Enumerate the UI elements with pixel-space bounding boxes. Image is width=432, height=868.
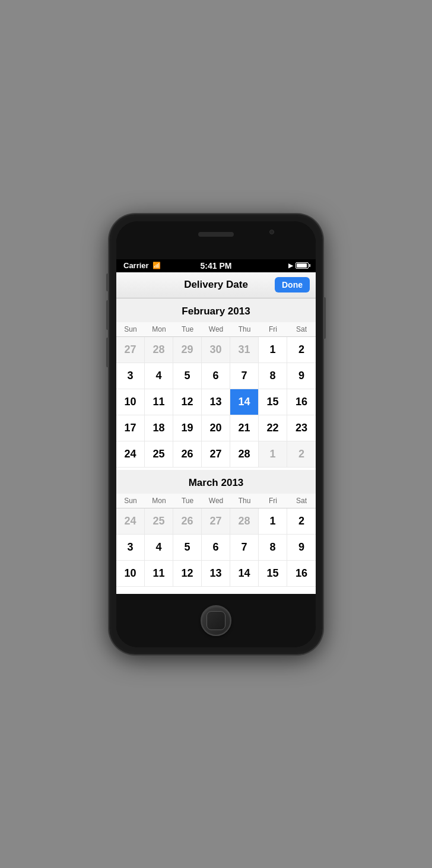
day-cell[interactable]: 4 <box>145 363 173 389</box>
clock: 5:41 PM <box>201 261 232 271</box>
day-cell[interactable]: 14 <box>230 561 259 587</box>
day-cell[interactable]: 5 <box>173 363 202 389</box>
day-cell[interactable]: 4 <box>145 535 173 561</box>
done-button[interactable]: Done <box>275 277 310 292</box>
february-weekdays: Sun Mon Tue Wed Thu Fri Sat <box>116 322 316 337</box>
weekday-sun: Sun <box>116 494 145 508</box>
location-icon: ▶ <box>288 262 293 269</box>
march-weekdays: Sun Mon Tue Wed Thu Fri Sat <box>116 494 316 508</box>
day-cell[interactable]: 29 <box>173 337 202 363</box>
battery-fill <box>297 263 307 268</box>
day-cell[interactable]: 10 <box>116 389 145 415</box>
day-cell[interactable]: 7 <box>230 535 259 561</box>
home-button-inner <box>207 611 225 630</box>
february-days: 2728293031123456789101112131415161718192… <box>116 337 316 468</box>
day-cell[interactable]: 14 <box>230 389 259 415</box>
day-cell[interactable]: 3 <box>116 535 145 561</box>
day-cell[interactable]: 1 <box>259 337 287 363</box>
wifi-icon: 📶 <box>153 262 161 269</box>
day-cell[interactable]: 16 <box>287 389 316 415</box>
day-cell[interactable]: 25 <box>145 441 173 468</box>
march-days: 242526272812345678910111213141516 <box>116 508 316 587</box>
day-cell[interactable]: 30 <box>202 337 230 363</box>
day-cell[interactable]: 6 <box>202 535 230 561</box>
day-cell[interactable]: 27 <box>202 441 230 468</box>
day-cell[interactable]: 27 <box>116 337 145 363</box>
carrier-label: Carrier <box>123 261 149 270</box>
speaker-grille <box>198 232 234 237</box>
day-cell[interactable]: 21 <box>230 415 259 441</box>
day-cell[interactable]: 3 <box>116 363 145 389</box>
day-cell[interactable]: 6 <box>202 363 230 389</box>
day-cell[interactable]: 10 <box>116 561 145 587</box>
march-section: March 2013 Sun Mon Tue Wed Thu Fri Sat 2… <box>116 470 316 587</box>
weekday-sun: Sun <box>116 322 145 336</box>
day-cell[interactable]: 1 <box>259 508 287 535</box>
day-cell[interactable]: 13 <box>202 561 230 587</box>
status-bar: Carrier 📶 5:41 PM ▶ <box>116 259 316 272</box>
mute-button[interactable] <box>106 274 109 291</box>
weekday-mon: Mon <box>145 322 173 336</box>
day-cell[interactable]: 24 <box>116 441 145 468</box>
day-cell[interactable]: 8 <box>259 363 287 389</box>
weekday-wed: Wed <box>202 494 230 508</box>
bottom-bezel <box>116 594 316 647</box>
day-cell[interactable]: 1 <box>259 441 287 468</box>
day-cell[interactable]: 12 <box>173 561 202 587</box>
day-cell[interactable]: 5 <box>173 535 202 561</box>
weekday-mon: Mon <box>145 494 173 508</box>
status-right: ▶ <box>288 262 309 269</box>
top-bezel <box>116 221 316 259</box>
day-cell[interactable]: 12 <box>173 389 202 415</box>
screen-content: Delivery Date Done February 2013 Sun Mon… <box>116 272 316 594</box>
march-header: March 2013 <box>116 470 316 494</box>
day-cell[interactable]: 2 <box>287 441 316 468</box>
day-cell[interactable]: 26 <box>173 441 202 468</box>
day-cell[interactable]: 28 <box>230 508 259 535</box>
weekday-tue: Tue <box>173 322 202 336</box>
day-cell[interactable]: 2 <box>287 508 316 535</box>
day-cell[interactable]: 27 <box>202 508 230 535</box>
day-cell[interactable]: 11 <box>145 389 173 415</box>
page-title: Delivery Date <box>184 279 248 291</box>
power-button[interactable] <box>323 297 326 339</box>
february-header: February 2013 <box>116 298 316 322</box>
day-cell[interactable]: 28 <box>230 441 259 468</box>
day-cell[interactable]: 9 <box>287 535 316 561</box>
day-cell[interactable]: 13 <box>202 389 230 415</box>
day-cell[interactable]: 9 <box>287 363 316 389</box>
day-cell[interactable]: 23 <box>287 415 316 441</box>
day-cell[interactable]: 20 <box>202 415 230 441</box>
day-cell[interactable]: 24 <box>116 508 145 535</box>
february-section: February 2013 Sun Mon Tue Wed Thu Fri Sa… <box>116 298 316 468</box>
day-cell[interactable]: 22 <box>259 415 287 441</box>
day-cell[interactable]: 28 <box>145 337 173 363</box>
weekday-tue: Tue <box>173 494 202 508</box>
day-cell[interactable]: 7 <box>230 363 259 389</box>
day-cell[interactable]: 8 <box>259 535 287 561</box>
day-cell[interactable]: 26 <box>173 508 202 535</box>
status-left: Carrier 📶 <box>123 261 161 270</box>
day-cell[interactable]: 11 <box>145 561 173 587</box>
day-cell[interactable]: 17 <box>116 415 145 441</box>
weekday-wed: Wed <box>202 322 230 336</box>
weekday-thu: Thu <box>230 322 259 336</box>
weekday-thu: Thu <box>230 494 259 508</box>
nav-bar: Delivery Date Done <box>116 272 316 298</box>
front-camera <box>269 230 274 234</box>
day-cell[interactable]: 19 <box>173 415 202 441</box>
day-cell[interactable]: 31 <box>230 337 259 363</box>
day-cell[interactable]: 16 <box>287 561 316 587</box>
day-cell[interactable]: 18 <box>145 415 173 441</box>
day-cell[interactable]: 25 <box>145 508 173 535</box>
battery-icon <box>296 262 309 269</box>
calendar-scroll[interactable]: February 2013 Sun Mon Tue Wed Thu Fri Sa… <box>116 298 316 594</box>
volume-down-button[interactable] <box>106 338 109 367</box>
home-button[interactable] <box>201 605 231 636</box>
day-cell[interactable]: 15 <box>259 389 287 415</box>
day-cell[interactable]: 2 <box>287 337 316 363</box>
day-cell[interactable]: 15 <box>259 561 287 587</box>
volume-up-button[interactable] <box>106 300 109 330</box>
phone-screen: Carrier 📶 5:41 PM ▶ Delivery Date Done <box>116 221 316 647</box>
weekday-fri: Fri <box>259 322 287 336</box>
